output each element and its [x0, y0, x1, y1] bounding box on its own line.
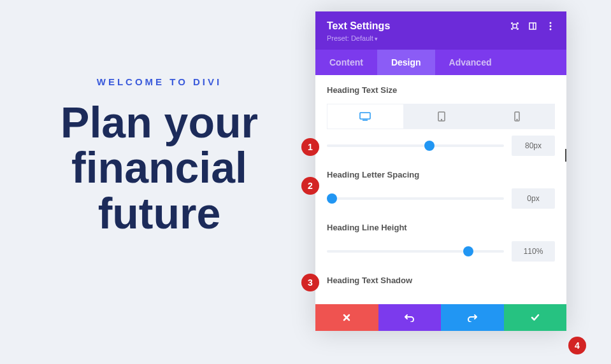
panel-header: Text Settings Preset: Default — [315, 11, 566, 50]
device-tablet-button[interactable] — [404, 104, 480, 129]
tab-advanced[interactable]: Advanced — [435, 50, 506, 75]
heading-text-size-label: Heading Text Size — [327, 85, 555, 95]
svg-point-9 — [442, 120, 442, 120]
line-height-slider[interactable] — [327, 250, 504, 253]
headline-text: Plan your financial future — [32, 100, 287, 236]
letter-spacing-label: Heading Letter Spacing — [327, 170, 555, 179]
cancel-button[interactable] — [315, 304, 378, 331]
svg-rect-6 — [360, 113, 370, 119]
confirm-button[interactable] — [504, 304, 567, 331]
scrollbar-thumb[interactable] — [565, 149, 566, 162]
undo-button[interactable] — [378, 304, 442, 331]
preset-dropdown[interactable]: Preset: Default — [327, 34, 555, 42]
tab-content[interactable]: Content — [315, 50, 377, 75]
letter-spacing-slider[interactable] — [327, 197, 504, 200]
line-height-input[interactable] — [512, 241, 555, 262]
svg-point-11 — [517, 120, 517, 120]
text-shadow-label: Heading Text Shadow — [327, 276, 555, 285]
text-size-slider[interactable] — [327, 144, 504, 147]
line-height-slider-thumb[interactable] — [463, 246, 473, 256]
letter-spacing-input[interactable] — [512, 188, 555, 209]
svg-point-3 — [550, 22, 552, 24]
redo-button[interactable] — [441, 304, 504, 331]
eyebrow-text: WELCOME TO DIVI — [32, 76, 287, 87]
letter-spacing-slider-thumb[interactable] — [327, 193, 337, 204]
device-phone-button[interactable] — [479, 104, 555, 129]
panel-footer — [315, 304, 566, 331]
annotation-badge-3: 3 — [301, 274, 319, 291]
dock-icon[interactable] — [528, 22, 537, 31]
text-size-input[interactable] — [512, 136, 555, 156]
svg-rect-1 — [529, 23, 536, 29]
settings-tabs: Content Design Advanced — [315, 50, 566, 75]
line-height-label: Heading Line Height — [327, 223, 555, 232]
svg-point-5 — [550, 29, 552, 31]
svg-point-4 — [550, 25, 552, 27]
panel-body: Heading Text Size Heading Letter Spacing — [315, 75, 566, 304]
tab-design[interactable]: Design — [377, 50, 435, 75]
settings-panel: Text Settings Preset: Default Content De… — [315, 11, 566, 331]
annotation-badge-2: 2 — [301, 177, 319, 195]
svg-rect-0 — [513, 24, 517, 28]
device-desktop-button[interactable] — [327, 104, 404, 129]
annotation-badge-4: 4 — [568, 337, 586, 354]
expand-icon[interactable] — [510, 22, 519, 31]
panel-title: Text Settings — [327, 20, 390, 32]
text-size-slider-thumb[interactable] — [424, 141, 435, 151]
menu-dots-icon[interactable] — [546, 22, 555, 31]
annotation-badge-1: 1 — [301, 138, 319, 156]
